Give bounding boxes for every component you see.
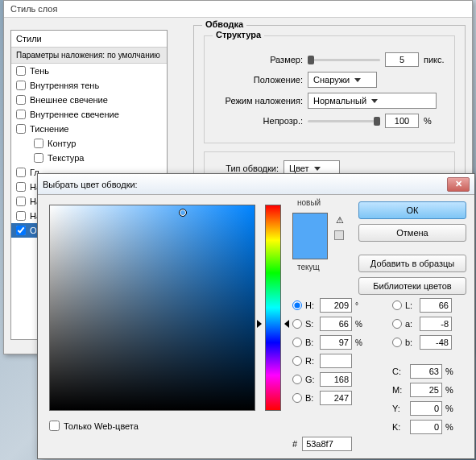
row-inner-glow[interactable]: Внутреннее свечение <box>11 107 167 122</box>
input-g[interactable] <box>320 372 352 387</box>
input-bc[interactable] <box>320 391 352 405</box>
slider-thumb-icon[interactable] <box>374 117 380 126</box>
input-y[interactable] <box>410 401 442 416</box>
row-bevel[interactable]: Тиснение <box>11 122 167 136</box>
chk-inner-shadow[interactable] <box>16 81 26 90</box>
row-drop-shadow[interactable]: Тень <box>11 64 167 78</box>
radio-l[interactable] <box>392 300 402 310</box>
radio-g[interactable] <box>292 375 302 384</box>
input-h[interactable] <box>320 298 352 313</box>
preview-current[interactable] <box>293 236 327 259</box>
add-swatch-button[interactable]: Добавить в образцы <box>358 255 466 272</box>
new-label: новый <box>297 198 321 207</box>
pct-label: % <box>424 116 432 126</box>
chevron-down-icon <box>354 78 361 82</box>
input-r[interactable] <box>320 354 352 368</box>
close-icon: ✕ <box>455 179 462 189</box>
chk-color-overlay[interactable] <box>16 182 26 192</box>
hex-input[interactable] <box>302 437 352 451</box>
size-slider[interactable] <box>308 59 380 61</box>
chk-bevel[interactable] <box>16 124 26 134</box>
chk-outer-glow[interactable] <box>16 95 26 105</box>
position-combo[interactable]: Снаружи <box>308 72 377 88</box>
stroke-legend: Обводка <box>202 19 246 29</box>
input-k[interactable] <box>410 420 442 434</box>
color-picker-dialog: Выбрать цвет обводки: ✕ новый текущ ⚠ ОК… <box>37 173 475 459</box>
radio-r[interactable] <box>292 356 302 366</box>
cancel-button[interactable]: Отмена <box>358 224 466 242</box>
size-label: Размер: <box>214 55 303 64</box>
slider-thumb-icon[interactable] <box>308 56 314 64</box>
size-input[interactable] <box>385 52 419 67</box>
radio-h[interactable] <box>292 300 302 310</box>
picker-titlebar[interactable]: Выбрать цвет обводки: ✕ <box>38 174 474 195</box>
preview-new[interactable] <box>293 213 327 236</box>
px-label: пикс. <box>424 55 445 64</box>
hash-label: # <box>292 439 297 449</box>
blend-label: Режим наложения: <box>214 96 303 106</box>
web-only-label: Только Web-цвета <box>64 421 139 431</box>
chk-inner-glow[interactable] <box>16 110 26 119</box>
row-contour[interactable]: Контур <box>11 136 167 151</box>
type-label: Тип обводки: <box>214 164 279 173</box>
opacity-label: Непрозр.: <box>214 116 303 126</box>
chk-pattern-overlay[interactable] <box>16 211 26 221</box>
position-label: Положение: <box>214 75 303 85</box>
gamut-warning-icon[interactable]: ⚠ <box>334 214 346 226</box>
chk-drop-shadow[interactable] <box>16 66 26 76</box>
opacity-input[interactable] <box>385 114 419 128</box>
row-outer-glow[interactable]: Внешнее свечение <box>11 93 167 107</box>
color-field[interactable] <box>49 205 255 411</box>
input-l[interactable] <box>420 298 452 313</box>
chk-contour[interactable] <box>34 139 43 148</box>
cmyk-group: C:% M:% Y:% K:% <box>392 364 458 434</box>
picker-body: новый текущ ⚠ ОК Отмена Добавить в образ… <box>38 195 474 458</box>
chevron-down-icon <box>371 99 378 103</box>
row-texture[interactable]: Текстура <box>11 151 167 165</box>
input-s[interactable] <box>320 317 352 331</box>
radio-bc[interactable] <box>292 393 302 403</box>
styles-header[interactable]: Стили <box>11 31 167 48</box>
chk-texture[interactable] <box>34 153 43 163</box>
radio-lb[interactable] <box>392 338 402 347</box>
ok-button[interactable]: ОК <box>358 201 466 219</box>
color-preview <box>292 213 328 259</box>
lab-group: L: a: b: <box>392 298 468 350</box>
hsb-rgb-group: H:° S:% B:% R: G: B: <box>292 298 368 405</box>
row-inner-shadow[interactable]: Внутренняя тень <box>11 78 167 93</box>
chk-gradient-overlay[interactable] <box>16 197 26 206</box>
picker-title-text: Выбрать цвет обводки: <box>43 180 138 189</box>
input-m[interactable] <box>410 383 442 397</box>
input-c[interactable] <box>410 364 442 379</box>
websafe-warning-icon[interactable] <box>334 230 344 240</box>
color-libraries-button[interactable]: Библиотеки цветов <box>358 277 466 295</box>
chk-stroke[interactable] <box>16 226 26 235</box>
color-field-cursor-icon[interactable] <box>179 209 187 217</box>
input-bv[interactable] <box>320 335 352 350</box>
opacity-slider[interactable] <box>308 120 380 122</box>
blend-defaults[interactable]: Параметры наложения: по умолчанию <box>11 48 167 64</box>
hue-slider[interactable] <box>265 205 281 411</box>
layer-style-title: Стиль слоя <box>4 1 472 18</box>
blend-combo[interactable]: Нормальный <box>308 93 437 109</box>
input-a[interactable] <box>420 317 452 331</box>
hex-row: # <box>292 437 352 451</box>
chevron-down-icon <box>314 167 321 171</box>
close-button[interactable]: ✕ <box>447 177 470 192</box>
cur-label: текущ <box>297 263 320 271</box>
chk-satin[interactable] <box>16 168 26 177</box>
radio-a[interactable] <box>392 319 402 329</box>
radio-b[interactable] <box>292 338 302 347</box>
radio-s[interactable] <box>292 319 302 329</box>
input-lb[interactable] <box>420 335 452 350</box>
web-only-checkbox[interactable] <box>49 421 60 431</box>
web-only-row[interactable]: Только Web-цвета <box>49 421 139 431</box>
structure-group: Структура Размер: пикс. Положение: Снару… <box>204 35 455 143</box>
structure-legend: Структура <box>213 30 264 39</box>
